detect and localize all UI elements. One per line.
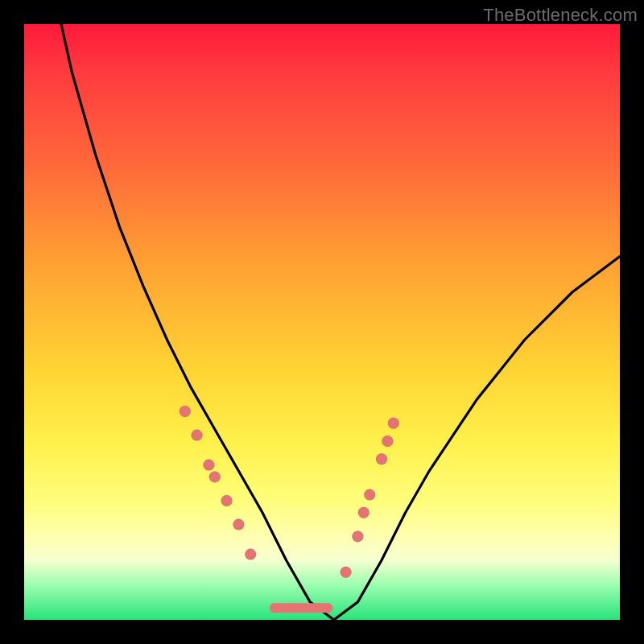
curve-dot — [209, 471, 221, 482]
bottleneck-curve — [24, 24, 620, 620]
curve-dot — [245, 549, 256, 560]
curve-dot — [192, 430, 203, 441]
curve-dot — [388, 418, 399, 429]
curve-dot — [376, 453, 387, 464]
curve-line — [24, 24, 620, 620]
curve-dot — [233, 519, 244, 530]
curve-dot — [203, 460, 214, 471]
curve-dot — [364, 489, 375, 501]
curve-dot — [352, 530, 363, 542]
curve-dot — [341, 567, 352, 578]
curve-dot — [180, 406, 191, 417]
curve-dot — [358, 507, 369, 518]
curve-markers — [180, 406, 399, 578]
curve-dot — [382, 436, 393, 447]
chart-frame: TheBottleneck.com — [0, 0, 644, 644]
curve-dot — [221, 495, 233, 506]
plot-area — [24, 24, 620, 620]
watermark-text: TheBottleneck.com — [483, 5, 638, 26]
